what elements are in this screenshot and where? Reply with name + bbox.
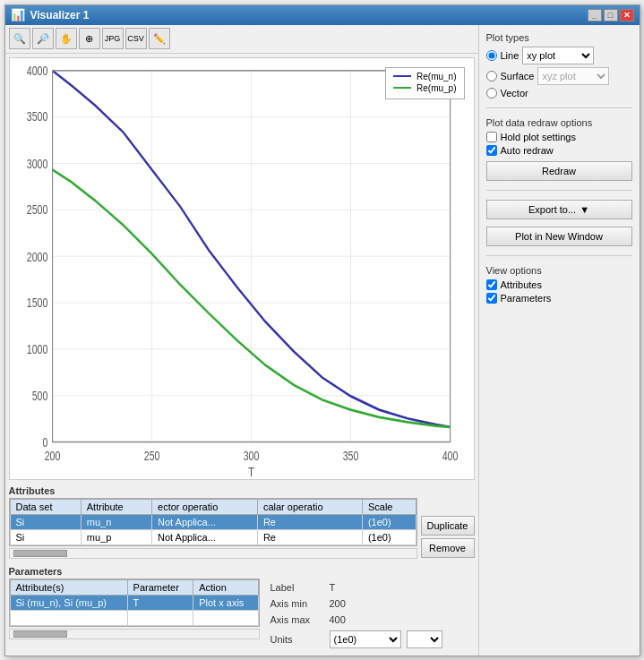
svg-text:500: 500: [31, 389, 47, 403]
chart-area: 4000 3500 3000 2500 2000 1500 1000 500 0…: [9, 57, 475, 480]
svg-text:T: T: [248, 464, 254, 478]
parameters-view-label: Parameters: [501, 293, 552, 304]
legend-line-mu-p: [393, 87, 411, 89]
radio-surface-label: Surface: [501, 71, 535, 81]
minimize-button[interactable]: _: [588, 9, 602, 21]
export-label: Export to...: [528, 204, 576, 215]
svg-text:350: 350: [342, 449, 358, 463]
edit-button[interactable]: ✏️: [149, 28, 170, 49]
attributes-section: Attributes Data set Attribute ector oper…: [5, 484, 478, 564]
divider-2: [486, 190, 632, 191]
right-panel: Plot types Line xy plot Surface xyz plot: [478, 25, 640, 656]
auto-redraw-label: Auto redraw: [501, 145, 554, 156]
parameters-form: Label T Axis min 200 Axis max 400 Unit: [263, 579, 475, 654]
radio-line[interactable]: [486, 50, 497, 61]
divider-3: [486, 255, 632, 256]
svg-text:3500: 3500: [26, 110, 47, 124]
xy-plot-select[interactable]: xy plot: [522, 47, 594, 64]
axis-max-key: Axis max: [270, 614, 324, 625]
redraw-options-section: Plot data redraw options Hold plot setti…: [486, 117, 632, 181]
maximize-button[interactable]: □: [604, 9, 618, 21]
parameters-view-item: Parameters: [486, 293, 632, 304]
hold-plot-item: Hold plot settings: [486, 132, 632, 142]
svg-text:2000: 2000: [26, 250, 47, 264]
attributes-title: Attributes: [9, 485, 475, 496]
svg-text:4000: 4000: [26, 64, 47, 78]
attributes-checkbox[interactable]: [486, 279, 497, 290]
redraw-options-title: Plot data redraw options: [486, 117, 632, 128]
param-col-action: Action: [193, 579, 258, 595]
param-col-attributes: Attribute(s): [10, 579, 127, 595]
svg-text:250: 250: [143, 449, 159, 463]
auto-redraw-item: Auto redraw: [486, 145, 632, 156]
col-dataset: Data set: [10, 499, 81, 514]
close-button[interactable]: ✕: [620, 9, 634, 21]
legend-label-mu-p: Re(mu_p): [416, 83, 456, 93]
row2-attribute: mu_p: [81, 529, 151, 544]
view-options-section: View options Attributes Parameters: [486, 265, 632, 304]
toolbar: 🔍 🔎 ✋ ⊕ JPG CSV ✏️: [5, 25, 478, 54]
svg-text:300: 300: [243, 449, 259, 463]
image-export-button[interactable]: JPG: [102, 28, 124, 49]
label-key: Label: [270, 582, 324, 593]
data-export-button[interactable]: CSV: [125, 28, 147, 49]
redraw-checkboxes: Hold plot settings Auto redraw: [486, 132, 632, 156]
attributes-scrollbar[interactable]: [9, 548, 417, 559]
col-vector-op: ector operatio: [152, 499, 258, 514]
parameters-table: Attribute(s) Parameter Action Si (mu_n),…: [10, 579, 259, 626]
select-button[interactable]: ⊕: [79, 28, 100, 49]
duplicate-button[interactable]: Duplicate: [421, 516, 475, 536]
table-row[interactable]: Si (mu_n), Si (mu_p) T Plot x axis: [10, 595, 258, 610]
legend-item-mu-n: Re(mu_n): [393, 72, 456, 81]
hold-plot-checkbox[interactable]: [486, 132, 497, 142]
pan-button[interactable]: ✋: [56, 28, 77, 49]
xyz-plot-select[interactable]: xyz plot: [537, 67, 609, 85]
radio-item-line: Line xy plot: [486, 47, 632, 64]
view-options-title: View options: [486, 265, 632, 276]
parameters-scrollbar-thumb: [13, 630, 67, 638]
row2-scale: (1e0): [362, 529, 416, 544]
axis-min-value: 200: [330, 598, 346, 609]
radio-line-label: Line: [501, 50, 519, 61]
attributes-table: Data set Attribute ector operatio calar …: [10, 499, 416, 545]
label-row: Label T: [270, 582, 475, 593]
row2-scalar-op: Re: [257, 529, 362, 544]
svg-text:3000: 3000: [26, 157, 47, 171]
legend-item-mu-p: Re(mu_p): [393, 83, 456, 93]
view-checkboxes: Attributes Parameters: [486, 279, 632, 304]
units-select2[interactable]: [407, 630, 442, 648]
radio-item-vector: Vector: [486, 88, 632, 99]
radio-vector[interactable]: [486, 88, 497, 99]
zoom-in-button[interactable]: 🔎: [32, 28, 54, 49]
parameters-section: Parameters Attribute(s) Parameter Action: [5, 564, 478, 656]
plot-types-title: Plot types: [486, 32, 632, 43]
zoom-fit-button[interactable]: 🔍: [9, 28, 30, 49]
export-button[interactable]: Export to... ▼: [486, 200, 632, 219]
remove-button[interactable]: Remove: [421, 538, 475, 558]
legend-line-mu-n: [393, 75, 411, 77]
parameters-checkbox[interactable]: [486, 293, 497, 304]
svg-text:2500: 2500: [26, 202, 47, 217]
axis-max-row: Axis max 400: [270, 614, 475, 625]
parameters-title: Parameters: [9, 566, 475, 577]
row1-scale: (1e0): [362, 514, 416, 529]
param-row1-attributes: Si (mu_n), Si (mu_p): [10, 595, 127, 610]
table-row[interactable]: Si mu_p Not Applica... Re (1e0): [10, 529, 416, 544]
chart-legend: Re(mu_n) Re(mu_p): [385, 67, 464, 99]
redraw-button[interactable]: Redraw: [486, 161, 632, 181]
param-row1-parameter: T: [127, 595, 193, 610]
units-select[interactable]: (1e0) (1e-3) (1e3) (1e6): [330, 630, 401, 648]
auto-redraw-checkbox[interactable]: [486, 145, 497, 156]
row1-vector-op: Not Applica...: [152, 514, 258, 529]
title-bar: 📊 Visualizer 1 _ □ ✕: [5, 5, 640, 25]
parameters-scrollbar[interactable]: [9, 629, 260, 639]
divider-1: [486, 107, 632, 108]
attributes-action-buttons: Duplicate Remove: [421, 498, 475, 562]
row1-attribute: mu_n: [81, 514, 151, 529]
plot-new-window-button[interactable]: Plot in New Window: [486, 227, 632, 246]
axis-min-key: Axis min: [270, 598, 324, 609]
row2-dataset: Si: [10, 529, 81, 544]
svg-text:0: 0: [42, 435, 47, 450]
radio-surface[interactable]: [486, 71, 497, 81]
table-row[interactable]: Si mu_n Not Applica... Re (1e0): [10, 514, 416, 529]
